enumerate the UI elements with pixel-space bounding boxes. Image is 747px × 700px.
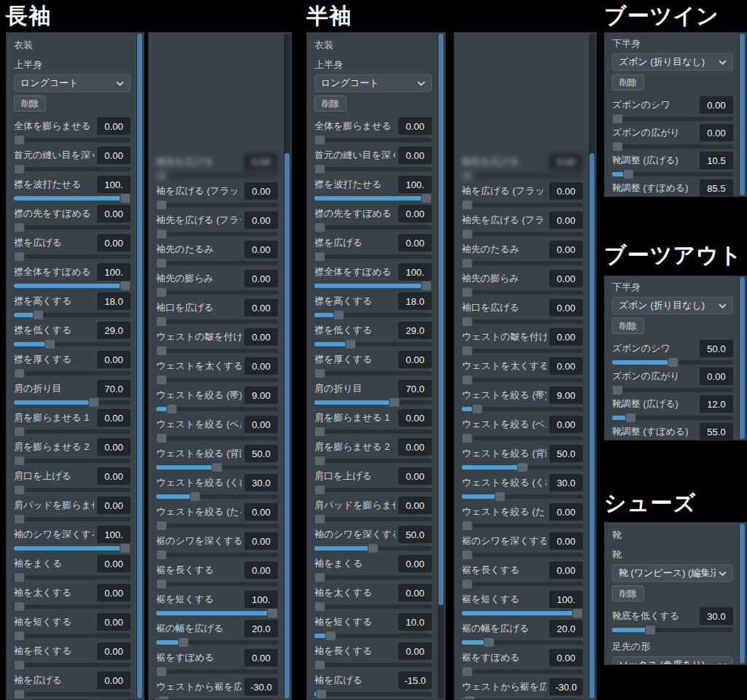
slider-value-input[interactable]: 0.00 <box>398 147 432 164</box>
slider-track[interactable] <box>156 640 278 645</box>
slider[interactable] <box>462 434 583 443</box>
slider-thumb[interactable] <box>333 310 344 320</box>
slider-track[interactable] <box>14 284 131 288</box>
slider-track[interactable] <box>14 342 131 346</box>
slider-thumb[interactable] <box>462 375 473 385</box>
scrollbar[interactable] <box>739 524 746 664</box>
slider-thumb[interactable] <box>472 404 483 414</box>
slider-value-input[interactable]: 0.00 <box>97 147 131 164</box>
slider-value-input[interactable]: 18.0 <box>398 292 432 310</box>
slider-value-input[interactable]: 85.5 <box>700 179 733 197</box>
slider-thumb[interactable] <box>314 485 325 495</box>
slider-thumb[interactable] <box>572 608 583 618</box>
slider-thumb[interactable] <box>314 572 325 583</box>
slider-track[interactable] <box>14 429 131 434</box>
slider[interactable] <box>156 521 278 530</box>
slider-track[interactable] <box>14 138 131 142</box>
slider[interactable] <box>156 551 278 559</box>
slider-thumb[interactable] <box>166 404 177 414</box>
slider-value-input[interactable]: 20.0 <box>549 620 583 637</box>
slider-track[interactable] <box>462 669 583 674</box>
slider-thumb[interactable] <box>623 169 634 179</box>
slider-track[interactable] <box>462 407 583 411</box>
slider-value-input[interactable]: 0.00 <box>549 299 583 316</box>
slider-thumb[interactable] <box>212 462 222 472</box>
slider-thumb[interactable] <box>314 222 325 233</box>
slider[interactable] <box>612 413 733 422</box>
slider-track[interactable] <box>14 459 131 463</box>
slider-track[interactable] <box>314 429 432 434</box>
slider-thumb[interactable] <box>495 491 506 502</box>
slider-thumb[interactable] <box>156 579 167 589</box>
shoes-item-dropdown[interactable]: 靴 (ワンピース) (編集済み) <box>612 564 733 582</box>
slider-value-input[interactable]: 0.00 <box>398 409 432 427</box>
slider-track[interactable] <box>156 582 278 586</box>
slider-value-input[interactable]: 0.00 <box>398 234 432 252</box>
slider-thumb[interactable] <box>120 193 131 203</box>
slider[interactable] <box>156 580 278 588</box>
slider[interactable] <box>314 223 432 232</box>
slider-thumb[interactable] <box>462 550 473 560</box>
slider[interactable] <box>156 434 278 443</box>
slider[interactable] <box>612 386 733 394</box>
slider-thumb[interactable] <box>462 579 473 589</box>
slider-value-input[interactable]: 0.00 <box>398 351 432 368</box>
slider-track[interactable] <box>14 225 131 230</box>
delete-button[interactable]: 削除 <box>612 74 644 90</box>
scrollbar-thumb[interactable] <box>137 34 142 699</box>
slider-thumb[interactable] <box>14 135 25 145</box>
boots_in-item-dropdown[interactable]: ズボン (折り目なし) <box>612 53 733 71</box>
slider[interactable] <box>462 405 583 413</box>
slider-value-input[interactable]: -30.0 <box>244 678 278 696</box>
slider[interactable] <box>314 311 432 319</box>
slider[interactable] <box>462 609 583 618</box>
slider[interactable] <box>14 340 131 349</box>
slider-thumb[interactable] <box>156 258 167 268</box>
slider-thumb[interactable] <box>14 660 25 670</box>
slider-thumb[interactable] <box>314 252 325 262</box>
slider-thumb[interactable] <box>14 602 25 612</box>
slider-thumb[interactable] <box>156 287 167 298</box>
slider-value-input[interactable]: 0.00 <box>549 153 583 171</box>
scrollbar[interactable] <box>438 34 444 699</box>
slider-track[interactable] <box>314 313 432 317</box>
scrollbar-thumb[interactable] <box>740 277 745 439</box>
slider-value-input[interactable]: 0.00 <box>549 649 583 666</box>
slider-thumb[interactable] <box>316 689 327 699</box>
slider[interactable] <box>314 515 432 524</box>
slider-thumb[interactable] <box>462 171 473 181</box>
slider-track[interactable] <box>314 488 432 492</box>
slider[interactable] <box>14 602 131 611</box>
slider[interactable] <box>462 696 583 700</box>
slider[interactable] <box>462 230 583 238</box>
slider[interactable] <box>156 492 278 501</box>
slider-value-input[interactable]: 0.00 <box>549 328 583 346</box>
boots_out-item-dropdown[interactable]: ズボン (折り目なし) <box>612 297 733 314</box>
slider-value-input[interactable]: 0.00 <box>398 438 432 456</box>
slider-value-input[interactable]: 0.00 <box>97 117 131 135</box>
slider-track[interactable] <box>156 611 278 615</box>
slider-value-input[interactable]: 0.00 <box>398 205 432 222</box>
slider[interactable] <box>314 573 432 582</box>
slider[interactable] <box>156 288 278 297</box>
slider-value-input[interactable]: 10.0 <box>398 613 432 631</box>
slider-thumb[interactable] <box>314 660 325 670</box>
slider-value-input[interactable]: 9.00 <box>244 386 278 404</box>
slider-value-input[interactable]: 0.00 <box>549 241 583 258</box>
slider-value-input[interactable]: 0.00 <box>549 182 583 200</box>
slider-track[interactable] <box>612 388 733 392</box>
slider-value-input[interactable]: 0.00 <box>398 467 432 485</box>
slider-thumb[interactable] <box>14 485 25 495</box>
scrollbar-thumb[interactable] <box>285 153 290 699</box>
slider-value-input[interactable]: 0.00 <box>97 672 131 689</box>
slider[interactable] <box>462 346 583 355</box>
slider-thumb[interactable] <box>14 631 25 641</box>
slider-thumb[interactable] <box>14 689 25 699</box>
slider-thumb[interactable] <box>389 397 400 408</box>
slider-thumb[interactable] <box>462 433 473 443</box>
slider-thumb[interactable] <box>314 368 325 378</box>
slider-thumb[interactable] <box>462 316 473 327</box>
slider-value-input[interactable]: 100. <box>549 591 583 608</box>
slider-track[interactable] <box>314 575 432 580</box>
slider-track[interactable] <box>14 692 131 696</box>
